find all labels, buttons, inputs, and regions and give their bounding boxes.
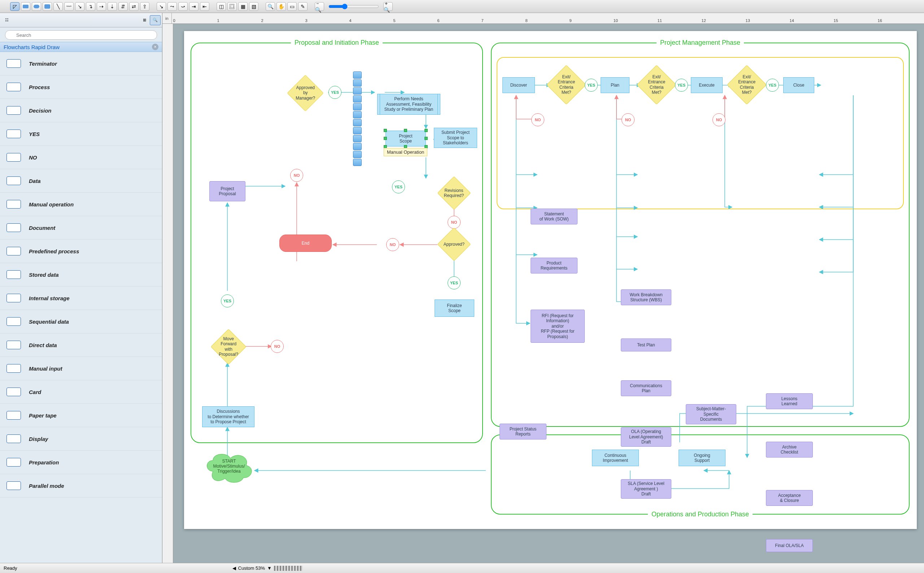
rapid-shape-8[interactable] [353, 127, 362, 134]
project-proposal-doc[interactable]: Project Proposal [209, 181, 246, 201]
lib-item-stored-data[interactable]: Stored data [0, 263, 162, 286]
connector-f-icon[interactable]: ⇄ [129, 2, 139, 11]
accept-doc[interactable]: Acceptance & Closure [766, 490, 813, 506]
lib-item-display[interactable]: Display [0, 427, 162, 451]
rapid-shape-12[interactable] [353, 159, 362, 166]
zoom-prev-icon[interactable]: ◀ [232, 565, 236, 571]
prodreq-doc[interactable]: Product Requirements [531, 258, 578, 274]
end-terminator[interactable]: End [279, 235, 332, 252]
ellipse-tool-icon[interactable] [32, 2, 41, 11]
lib-item-manual-input[interactable]: Manual input [0, 357, 162, 380]
final-ola-doc[interactable]: Final OLA/SLA [766, 539, 813, 552]
lib-item-process[interactable]: Process [0, 75, 162, 99]
canvas[interactable]: Proposal and Initiation Phase Project Ma… [173, 24, 924, 563]
wbs-doc[interactable]: Work Breakdown Structure (WBS) [621, 290, 671, 305]
zoom-next-icon[interactable]: ▼ [267, 565, 272, 571]
close-step[interactable]: Close [783, 77, 814, 93]
connector-b-icon[interactable]: ↴ [86, 2, 95, 11]
hand-icon[interactable]: ✋ [276, 2, 286, 11]
status-reports-doc[interactable]: Project Status Reports [500, 424, 547, 440]
rapid-shape-1[interactable] [353, 72, 362, 79]
comms-doc[interactable]: Communications Plan [621, 380, 671, 396]
rapid-shape-5[interactable] [353, 103, 362, 110]
line-tool-icon[interactable]: ╲ [53, 2, 63, 11]
connector-e-icon[interactable]: ⇵ [118, 2, 128, 11]
search-input[interactable] [5, 30, 157, 40]
library-header[interactable]: Flowcharts Rapid Draw × [0, 42, 162, 52]
zoom-in-icon[interactable]: ＋🔍 [383, 2, 393, 11]
submit-scope[interactable]: Submit Project Scope to Stakeholders [434, 128, 477, 148]
rapid-shape-3[interactable] [353, 87, 362, 94]
rapid-shape-6[interactable] [353, 111, 362, 118]
rect-tool-icon[interactable] [21, 2, 30, 11]
rapid-shape-4[interactable] [353, 95, 362, 102]
finalize-scope[interactable]: Finalize Scope [435, 299, 474, 317]
needs-assessment[interactable]: Perform Needs Assessment, Feasibility St… [377, 94, 440, 115]
curve-tool-icon[interactable]: 〰 [64, 2, 74, 11]
group-4-icon[interactable]: ▧ [249, 2, 258, 11]
lib-item-direct-data[interactable]: Direct data [0, 333, 162, 357]
tree-view-icon[interactable]: ☷ [2, 15, 12, 25]
connector-a-icon[interactable]: ↘ [75, 2, 85, 11]
archive-doc[interactable]: Archive Checklist [766, 441, 813, 457]
ola-doc[interactable]: OLA (Operating Level Agreement) Draft [621, 427, 671, 447]
connector-c-icon[interactable]: ⇢ [97, 2, 106, 11]
group-3-icon[interactable]: ▦ [238, 2, 247, 11]
rapid-draw-panel[interactable] [353, 72, 362, 166]
lib-item-yes[interactable]: YES [0, 122, 162, 146]
group-2-icon[interactable]: ⿴ [227, 2, 237, 11]
lib-item-paper-tape[interactable]: Paper tape [0, 404, 162, 427]
lib-item-terminator[interactable]: Terminator [0, 52, 162, 75]
edge-1-icon[interactable]: ↘ [157, 2, 166, 11]
sme-doc[interactable]: Subject-Matter- Specific Documents [686, 404, 736, 424]
lib-item-manual-operation[interactable]: Manual operation [0, 193, 162, 216]
plan-step[interactable]: Plan [601, 77, 630, 93]
zoom-out-icon[interactable]: －🔍 [315, 2, 324, 11]
sow-doc[interactable]: Statement of Work (SOW) [531, 208, 578, 224]
lib-item-sequential-data[interactable]: Sequential data [0, 310, 162, 333]
rapid-shape-2[interactable] [353, 79, 362, 87]
page-strip[interactable] [274, 566, 303, 571]
close-library-icon[interactable]: × [152, 44, 158, 50]
rounded-tool-icon[interactable] [42, 2, 52, 11]
lib-item-decision[interactable]: Decision [0, 99, 162, 122]
lib-item-data[interactable]: Data [0, 169, 162, 193]
cursor-tool-icon[interactable]: ◸ [10, 2, 19, 11]
cont-improve[interactable]: Continuous Improvement [592, 449, 639, 466]
edge-3-icon[interactable]: ⤻ [178, 2, 188, 11]
rapid-shape-10[interactable] [353, 143, 362, 150]
lib-icon [6, 268, 22, 281]
edge-5-icon[interactable]: ⇤ [200, 2, 209, 11]
rapid-shape-11[interactable] [353, 151, 362, 158]
discussions-process[interactable]: Discussions to Determine whether to Prop… [202, 406, 254, 427]
execute-step[interactable]: Execute [691, 77, 723, 93]
rapid-shape-9[interactable] [353, 135, 362, 142]
lib-item-card[interactable]: Card [0, 380, 162, 404]
zoom-slider[interactable] [329, 4, 379, 9]
sla-doc[interactable]: SLA (Service Level Agreement ) Draft [621, 479, 671, 499]
lib-item-internal-storage[interactable]: Internal storage [0, 286, 162, 310]
zoom-icon[interactable]: 🔍 [266, 2, 275, 11]
testplan-doc[interactable]: Test Plan [621, 338, 671, 351]
edge-2-icon[interactable]: ⤳ [168, 2, 177, 11]
search-view-icon[interactable]: 🔍 [150, 15, 161, 25]
stamp-icon[interactable]: ▭ [287, 2, 297, 11]
group-1-icon[interactable]: ◫ [216, 2, 226, 11]
edge-4-icon[interactable]: ⇥ [189, 2, 199, 11]
lib-item-parallel-mode[interactable]: Parallel mode [0, 474, 162, 498]
export-icon[interactable]: ⇪ [140, 2, 149, 11]
lib-item-preparation[interactable]: Preparation [0, 451, 162, 474]
start-cloud[interactable]: START Motive/Stimulus/ Trigger/Idea [203, 449, 255, 483]
lessons-doc[interactable]: Lessons Learned [766, 393, 813, 409]
rfi-doc[interactable]: RFI (Request for Information) and/or RFP… [531, 310, 585, 343]
lib-item-predefined-process[interactable]: Predefined process [0, 240, 162, 263]
discover-step[interactable]: Discover [503, 77, 535, 93]
lib-item-document[interactable]: Document [0, 216, 162, 240]
connector-d-icon[interactable]: ⇣ [108, 2, 117, 11]
grid-view-icon[interactable]: ⊞ [139, 15, 150, 25]
lib-item-no[interactable]: NO [0, 146, 162, 169]
ongoing-support[interactable]: Ongoing Support [678, 449, 725, 466]
eyedrop-icon[interactable]: ✎ [298, 2, 307, 11]
rapid-shape-7[interactable] [353, 119, 362, 126]
project-scope[interactable]: Project Scope [385, 131, 426, 147]
